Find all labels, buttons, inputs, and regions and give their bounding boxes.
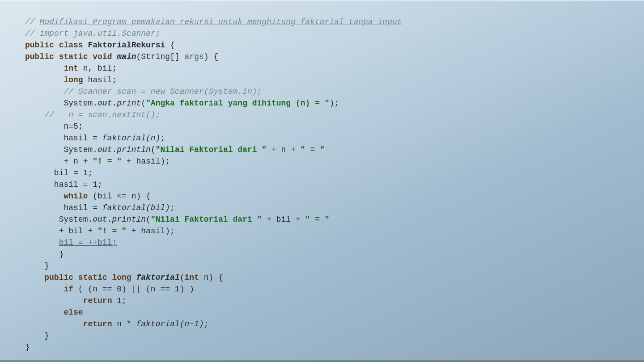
code-line: return 1; (25, 295, 644, 307)
code-line: bil = 1; (25, 167, 644, 179)
code-line: bil = ++bil; (25, 237, 644, 248)
code-line: System.out.print("Angka faktorial yang d… (25, 97, 644, 109)
code-slide: // Modifikasi Program pemakaian rekursi … (0, 0, 644, 362)
code-line: System.out.println("Nilai Faktorial dari… (25, 144, 644, 156)
code-line: System.out.println("Nilai Faktorial dari… (25, 214, 644, 225)
code-line: } (25, 260, 644, 272)
code-line: public static void main(String[] args) { (25, 51, 644, 63)
code-line: if ( (n == 0) || (n == 1) ) (25, 283, 644, 295)
code-line: else (25, 307, 644, 318)
code-line: + bil + "! = " + hasil); (25, 225, 644, 237)
code-line: // Scanner scan = new Scanner(System.in)… (25, 86, 644, 97)
code-line: } (25, 330, 644, 341)
code-line: public class FaktorialRekursi { (25, 39, 644, 51)
code-line: hasil = 1; (25, 179, 644, 190)
code-line: hasil = faktorial(bil); (25, 202, 644, 214)
code-line: + n + "! = " + hasil); (25, 156, 644, 167)
code-line: while (bil <= n) { (25, 190, 644, 202)
code-line: n=5; (25, 121, 644, 132)
code-line: // Modifikasi Program pemakaian rekursi … (25, 16, 644, 28)
code-line: int n, bil; (25, 63, 644, 74)
code-line: hasil = faktorial(n); (25, 132, 644, 144)
code-line: // import java.util.Scanner; (25, 28, 644, 39)
code-line: // n = scan.nextInt(); (25, 109, 644, 121)
code-line: } (25, 341, 644, 353)
code-line: } (25, 248, 644, 260)
code-line: long hasil; (25, 74, 644, 86)
code-line: return n * faktorial(n-1); (25, 318, 644, 330)
code-line: public static long faktorial(int n) { (25, 272, 644, 283)
